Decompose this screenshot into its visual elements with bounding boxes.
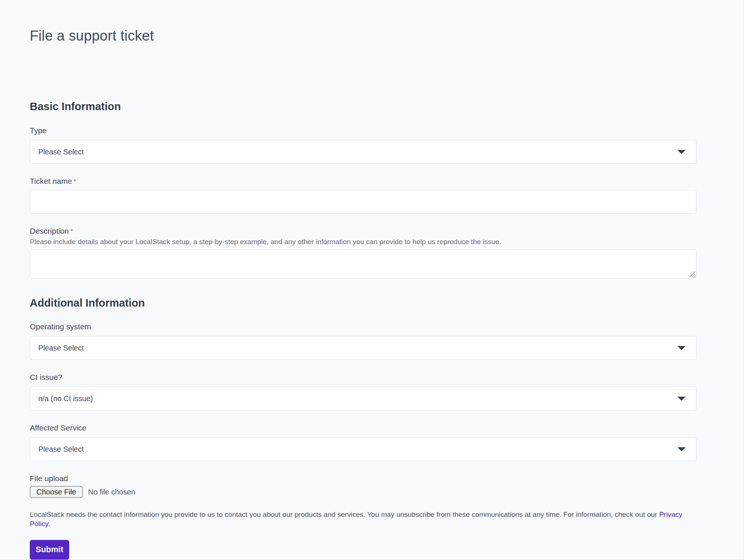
ticket-name-label-text: Ticket name — [30, 177, 72, 185]
required-asterisk: * — [74, 177, 76, 185]
field-file-upload: File upload Choose File No file chosen — [30, 473, 696, 498]
description-textarea-wrap — [30, 249, 696, 279]
ci-issue-label: CI issue? — [30, 372, 696, 383]
operating-system-label: Operating system — [30, 321, 696, 332]
description-helper-text: Please include details about your LocalS… — [30, 237, 696, 247]
type-select[interactable]: Please Select — [30, 140, 696, 164]
operating-system-select-value: Please Select — [38, 344, 84, 352]
ticket-name-label: Ticket name* — [30, 176, 696, 186]
affected-service-label: Affected Service — [30, 423, 696, 433]
privacy-notice: LocalStack needs the contact information… — [30, 510, 696, 528]
field-type: Type Please Select — [30, 125, 696, 164]
chevron-down-icon — [677, 447, 686, 451]
ticket-name-input[interactable] — [30, 190, 696, 214]
page-title: File a support ticket — [30, 27, 696, 45]
submit-button[interactable]: Submit — [30, 540, 69, 560]
description-textarea[interactable] — [30, 249, 696, 279]
chevron-down-icon — [677, 150, 686, 154]
description-label-text: Description — [30, 227, 69, 235]
field-ticket-name: Ticket name* — [30, 176, 696, 214]
field-affected-service: Affected Service Please Select — [30, 423, 696, 461]
section-heading-basic-information: Basic Information — [30, 100, 696, 113]
type-label: Type — [30, 125, 696, 136]
description-label: Description* — [30, 226, 696, 236]
field-ci-issue: CI issue? n/a (no CI issue) — [30, 372, 696, 410]
ci-issue-select-value: n/a (no CI issue) — [38, 394, 93, 403]
affected-service-select[interactable]: Please Select — [30, 437, 696, 461]
affected-service-select-value: Please Select — [38, 445, 84, 454]
type-select-value: Please Select — [38, 148, 84, 156]
choose-file-button[interactable]: Choose File — [30, 486, 83, 498]
field-description: Description* Please include details abou… — [30, 226, 696, 279]
section-heading-additional-information: Additional Information — [30, 297, 696, 310]
privacy-notice-text: LocalStack needs the contact information… — [30, 511, 659, 518]
chevron-down-icon — [677, 397, 686, 401]
file-chosen-status: No file chosen — [88, 488, 135, 496]
support-ticket-page: File a support ticket Basic Information … — [0, 27, 744, 560]
ci-issue-select[interactable]: n/a (no CI issue) — [30, 387, 696, 410]
operating-system-select[interactable]: Please Select — [30, 336, 696, 360]
field-operating-system: Operating system Please Select — [30, 321, 696, 360]
file-upload-label: File upload — [30, 473, 696, 484]
required-asterisk: * — [70, 227, 73, 235]
chevron-down-icon — [677, 346, 686, 350]
file-upload-control: Choose File No file chosen — [30, 486, 696, 498]
